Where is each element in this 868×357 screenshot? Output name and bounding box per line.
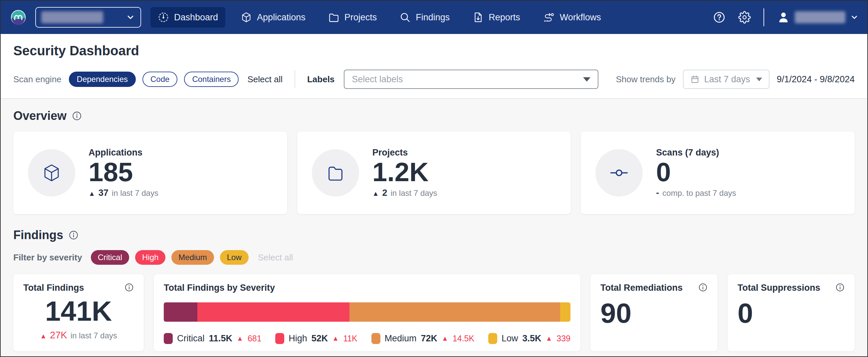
nav-item-label: Applications <box>257 12 306 23</box>
legend-swatch <box>164 333 173 344</box>
scan-engine-select-all[interactable]: Select all <box>247 74 283 85</box>
severity-select-all[interactable]: Select all <box>258 252 293 263</box>
findings-title: Findings <box>13 228 63 242</box>
scan-engine-label: Scan engine <box>13 74 62 85</box>
dropdown-caret-icon <box>756 78 762 81</box>
card-title: Total Remediations <box>600 283 683 293</box>
calendar-icon <box>690 75 700 84</box>
card-delta: ▲ 2 in last 7 days <box>372 188 437 198</box>
info-icon[interactable] <box>124 283 134 292</box>
projects-card: Projects 1.2K ▲ 2 in last 7 days <box>297 131 571 214</box>
card-value: 0 <box>656 158 736 186</box>
severity-filter-row: Filter by severity Critical High Medium … <box>13 250 855 265</box>
dropdown-caret-icon <box>583 77 590 82</box>
legend-swatch <box>488 333 497 344</box>
bar-segment-medium <box>349 302 560 322</box>
date-range: 9/1/2024 - 9/8/2024 <box>777 74 855 85</box>
user-avatar-icon <box>777 11 790 24</box>
trend-range-value: Last 7 days <box>704 74 750 85</box>
gauge-icon <box>158 12 169 23</box>
info-icon[interactable] <box>68 230 79 240</box>
help-icon[interactable] <box>713 11 725 24</box>
total-suppressions-card: Total Suppressions 0 <box>727 274 855 351</box>
card-delta: - comp. to past 7 days <box>656 188 736 198</box>
workflow-icon <box>543 11 555 23</box>
folder-icon <box>312 149 359 197</box>
severity-pill-high[interactable]: High <box>135 250 165 265</box>
cube-icon <box>241 12 252 23</box>
show-trends-label: Show trends by <box>616 74 675 85</box>
scan-icon <box>595 149 643 197</box>
delta-up-icon: ▲ <box>546 335 552 343</box>
findings-by-severity-card: Total Findings by Severity Critical 11.5… <box>154 274 581 351</box>
nav-item-dashboard[interactable]: Dashboard <box>150 7 225 28</box>
nav-item-label: Dashboard <box>174 12 218 23</box>
delta-up-icon: ▲ <box>442 335 448 343</box>
card-title: Total Suppressions <box>738 283 820 293</box>
severity-pill-medium[interactable]: Medium <box>172 250 214 265</box>
nav-item-label: Projects <box>344 12 377 23</box>
search-icon <box>399 12 411 23</box>
labels-select-input[interactable]: Select labels <box>344 69 598 89</box>
trends-cluster: Show trends by Last 7 days 9/1/2024 - 9/… <box>616 69 855 89</box>
card-title: Scans (7 days) <box>656 148 736 158</box>
nav-right-cluster <box>713 8 859 26</box>
severity-pill-low[interactable]: Low <box>220 250 249 265</box>
nav-item-findings[interactable]: Findings <box>392 7 457 28</box>
filter-by-severity-label: Filter by severity <box>13 252 82 263</box>
delta-up-icon: ▲ <box>237 335 243 343</box>
card-value: 1.2K <box>372 158 437 186</box>
delta-up-icon: ▲ <box>372 190 379 198</box>
chip-containers[interactable]: Containers <box>184 71 239 87</box>
nav-item-applications[interactable]: Applications <box>233 7 313 28</box>
chevron-down-icon <box>126 13 135 22</box>
bar-segment-high <box>197 302 349 322</box>
card-value: 90 <box>600 299 708 327</box>
severity-pills: Critical High Medium Low <box>91 250 249 265</box>
overview-title: Overview <box>13 109 67 123</box>
chevron-down-icon <box>850 13 859 22</box>
chip-dependencies[interactable]: Dependencies <box>69 71 136 87</box>
page-title: Security Dashboard <box>13 43 855 58</box>
page-header: Security Dashboard Scan engine Dependenc… <box>1 34 867 98</box>
info-icon[interactable] <box>72 111 82 121</box>
nav-divider <box>764 8 764 26</box>
card-value: 141K <box>23 297 134 325</box>
severity-legend: Critical 11.5K ▲ 681 High 52K ▲ 11K <box>164 333 570 344</box>
org-selector-dropdown[interactable] <box>35 7 141 28</box>
nav-item-workflows[interactable]: Workflows <box>535 7 609 28</box>
user-name-redacted <box>795 11 845 23</box>
legend-item-medium: Medium 72K ▲ 14.5K <box>371 333 475 344</box>
nav-item-projects[interactable]: Projects <box>321 7 384 28</box>
top-navbar: Dashboard Applications Projects <box>1 1 867 34</box>
findings-section: Findings Filter by severity Critical Hig… <box>13 228 855 351</box>
chip-code[interactable]: Code <box>143 71 177 87</box>
severity-pill-critical[interactable]: Critical <box>91 250 129 265</box>
total-findings-card: Total Findings 141K ▲ 27K in last 7 days <box>13 274 144 351</box>
scans-card: Scans (7 days) 0 - comp. to past 7 days <box>581 131 855 214</box>
labels-label: Labels <box>307 74 335 85</box>
overview-section-header: Overview <box>13 109 855 123</box>
severity-stacked-bar <box>164 302 570 322</box>
gear-icon[interactable] <box>738 11 751 24</box>
card-title: Projects <box>372 148 437 158</box>
nav-item-reports[interactable]: Reports <box>465 7 528 28</box>
card-value: 0 <box>738 299 845 327</box>
mend-logo[interactable] <box>11 10 26 25</box>
total-remediations-card: Total Remediations 90 <box>590 274 718 351</box>
filter-divider <box>294 70 295 88</box>
info-icon[interactable] <box>835 283 845 292</box>
legend-item-high: High 52K ▲ 11K <box>275 333 358 344</box>
applications-card: Applications 185 ▲ 37 in last 7 days <box>13 131 287 214</box>
labels-placeholder: Select labels <box>352 74 403 85</box>
legend-item-critical: Critical 11.5K ▲ 681 <box>164 333 261 344</box>
user-menu[interactable] <box>777 11 859 24</box>
card-delta: ▲ 27K in last 7 days <box>23 330 134 341</box>
folder-icon <box>328 12 339 23</box>
delta-up-icon: ▲ <box>332 335 339 343</box>
info-icon[interactable] <box>698 283 708 292</box>
filter-row: Scan engine Dependencies Code Containers… <box>13 69 855 98</box>
report-icon <box>472 12 484 23</box>
cube-icon <box>28 149 75 197</box>
trend-range-dropdown[interactable]: Last 7 days <box>683 69 770 89</box>
